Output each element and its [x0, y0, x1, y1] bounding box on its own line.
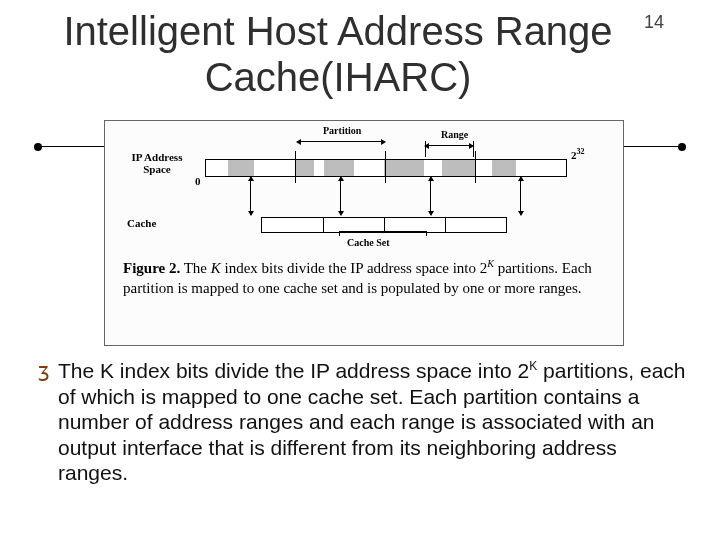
map-arrow	[430, 177, 431, 215]
bullet-glyph-icon: ʒ	[38, 358, 50, 383]
zero-label: 0	[195, 175, 201, 187]
partition-divider	[295, 151, 296, 183]
partition-span-arrow	[297, 141, 385, 142]
slide: 14 Intelligent Host Address Range Cache(…	[0, 0, 720, 540]
figure-diagram: IP Address Space Cache 0 232 Partition R…	[105, 121, 623, 253]
map-arrow	[340, 177, 341, 215]
ip-address-bar	[205, 159, 567, 177]
partition-label: Partition	[323, 125, 361, 136]
cache-set-label: Cache Set	[347, 237, 390, 248]
body-text: ʒ The K index bits divide the IP address…	[38, 358, 686, 486]
range-tick-left	[425, 141, 426, 157]
figure-caption: Figure 2. The K index bits divide the IP…	[123, 257, 605, 299]
map-arrow	[520, 177, 521, 215]
end-label: 232	[571, 147, 585, 161]
figure-caption-label: Figure 2.	[123, 260, 180, 276]
range-tick-right	[473, 141, 474, 157]
figure-card: IP Address Space Cache 0 232 Partition R…	[104, 120, 624, 346]
cache-set-brace	[339, 231, 427, 232]
map-arrow	[250, 177, 251, 215]
partition-divider	[385, 151, 386, 183]
page-number: 14	[644, 12, 664, 33]
ip-space-label: IP Address Space	[127, 151, 187, 175]
partition-divider	[475, 151, 476, 183]
slide-title: Intelligent Host Address Range Cache(IHA…	[56, 8, 620, 100]
range-label: Range	[441, 129, 468, 140]
bullet-item: ʒ The K index bits divide the IP address…	[38, 358, 686, 486]
range-span-arrow	[425, 145, 473, 146]
cache-label: Cache	[127, 217, 156, 229]
bullet-text: The K index bits divide the IP address s…	[58, 358, 686, 486]
